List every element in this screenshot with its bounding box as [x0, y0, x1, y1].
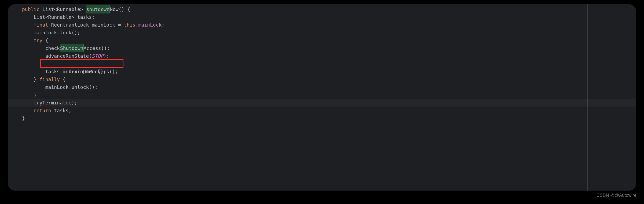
code-line[interactable]: }: [8, 91, 636, 99]
code-line[interactable]: tasks = drainQueue();: [8, 68, 636, 75]
code-line[interactable]: advanceRunState(STOP);: [8, 52, 636, 60]
code-line[interactable]: mainLock.lock();: [8, 29, 636, 37]
highlight-shutdown: shutdown: [86, 5, 110, 13]
code-editor-frame: public List<Runnable> shutdownNow() { Li…: [8, 4, 636, 191]
code-line[interactable]: checkShutdownAccess();: [8, 44, 636, 52]
highlight-shutdown: Shutdown: [60, 44, 84, 52]
code-line[interactable]: mainLock.unlock();: [8, 83, 636, 91]
code-line[interactable]: } finally {: [8, 75, 636, 83]
code-line[interactable]: List<Runnable> tasks;: [8, 13, 636, 21]
watermark: CSDN @@Autowire: [597, 191, 636, 199]
code-line[interactable]: final ReentrantLock mainLock = this.main…: [8, 21, 636, 29]
code-area[interactable]: public List<Runnable> shutdownNow() { Li…: [8, 4, 636, 191]
code-line[interactable]: }: [8, 114, 636, 122]
code-line[interactable]: try {: [8, 37, 636, 44]
code-line[interactable]: interruptWorkers();: [8, 60, 636, 68]
red-highlight-box: [40, 59, 123, 68]
code-line[interactable]: return tasks;: [8, 107, 636, 114]
code-line[interactable]: tryTerminate();: [8, 99, 636, 107]
keyword-public: public: [22, 6, 39, 12]
code-line[interactable]: public List<Runnable> shutdownNow() {: [8, 5, 636, 13]
